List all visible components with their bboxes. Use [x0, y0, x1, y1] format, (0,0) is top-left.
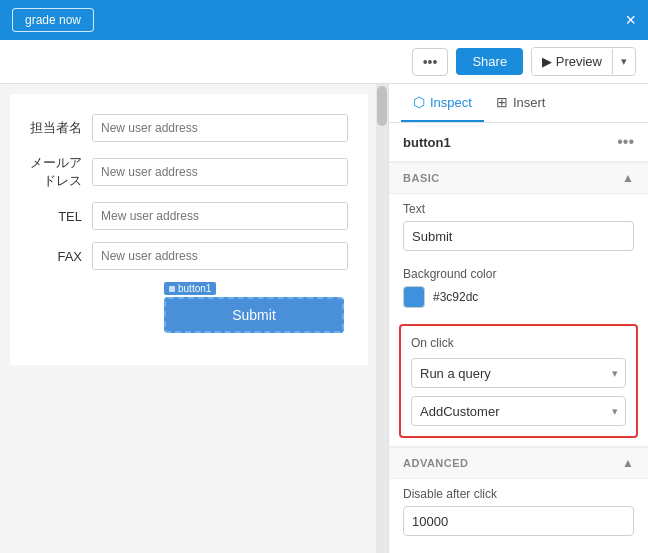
add-customer-select-wrapper: AddCustomer ▾: [411, 396, 626, 426]
button1-label-dot: [169, 286, 175, 292]
on-click-label: On click: [411, 336, 626, 350]
text-property-input[interactable]: [403, 221, 634, 251]
form-input-3[interactable]: [92, 242, 348, 270]
basic-section-chevron: ▲: [622, 171, 634, 185]
basic-section-header[interactable]: BASIC ▲: [389, 162, 648, 194]
preview-button[interactable]: ▶ Preview: [532, 48, 612, 75]
submit-button-row: button1 Submit: [20, 282, 348, 333]
toolbar: ••• Share ▶ Preview ▾: [0, 40, 648, 84]
run-query-select[interactable]: Run a query: [411, 358, 626, 388]
disable-after-click-row: Disable after click: [389, 479, 648, 544]
panel-content: BASIC ▲ Text Background color #3c92dc On…: [389, 162, 648, 553]
tab-inspect-label: Inspect: [430, 95, 472, 110]
upgrade-button[interactable]: grade now: [12, 8, 94, 32]
form-panel: 担当者名 メールアドレス TEL FAX b: [10, 94, 368, 365]
form-input-2[interactable]: [92, 202, 348, 230]
advanced-section-chevron: ▲: [622, 456, 634, 470]
form-input-1[interactable]: [92, 158, 348, 186]
preview-button-group: ▶ Preview ▾: [531, 47, 636, 76]
panel-header: button1 •••: [389, 123, 648, 162]
color-value: #3c92dc: [433, 290, 478, 304]
basic-section-title: BASIC: [403, 172, 440, 184]
advanced-section-header[interactable]: ADVANCED ▲: [389, 447, 648, 479]
canvas-area[interactable]: 担当者名 メールアドレス TEL FAX b: [0, 84, 388, 553]
close-icon[interactable]: ×: [625, 11, 636, 29]
color-row: #3c92dc: [403, 286, 634, 308]
scroll-thumb: [377, 86, 387, 126]
scroll-track: [376, 84, 388, 553]
form-row-2: TEL: [20, 202, 348, 230]
component-name: button1: [403, 135, 451, 150]
form-input-0[interactable]: [92, 114, 348, 142]
disable-after-click-label: Disable after click: [403, 487, 634, 501]
bg-color-label: Background color: [403, 267, 634, 281]
tab-insert[interactable]: ⊞ Insert: [484, 84, 558, 122]
share-button[interactable]: Share: [456, 48, 523, 75]
tab-insert-label: Insert: [513, 95, 546, 110]
form-row-0: 担当者名: [20, 114, 348, 142]
panel-tabs: ⬡ Inspect ⊞ Insert: [389, 84, 648, 123]
submit-button-container: Submit: [164, 297, 344, 333]
button1-tag-text: button1: [178, 283, 211, 294]
text-property-label: Text: [403, 202, 634, 216]
color-swatch[interactable]: [403, 286, 425, 308]
advanced-section-title: ADVANCED: [403, 457, 469, 469]
tab-inspect[interactable]: ⬡ Inspect: [401, 84, 484, 122]
preview-dropdown-button[interactable]: ▾: [612, 49, 635, 74]
button-wrapper: button1 Submit: [164, 282, 344, 333]
text-property-row: Text: [389, 194, 648, 259]
bg-color-property-row: Background color #3c92dc: [389, 259, 648, 316]
inspect-icon: ⬡: [413, 94, 425, 110]
button1-tag: button1: [164, 282, 216, 295]
panel-more-icon[interactable]: •••: [617, 133, 634, 151]
more-options-button[interactable]: •••: [412, 48, 449, 76]
right-panel: ⬡ Inspect ⊞ Insert button1 ••• BASIC ▲ T…: [388, 84, 648, 553]
form-row-3: FAX: [20, 242, 348, 270]
on-click-section: On click Run a query ▾ AddCustomer ▾: [399, 324, 638, 438]
add-customer-select[interactable]: AddCustomer: [411, 396, 626, 426]
form-label-1: メールアドレス: [20, 154, 92, 190]
submit-canvas-button[interactable]: Submit: [164, 297, 344, 333]
form-label-3: FAX: [20, 249, 92, 264]
form-label-0: 担当者名: [20, 119, 92, 137]
run-query-select-wrapper: Run a query ▾: [411, 358, 626, 388]
top-bar: grade now ×: [0, 0, 648, 40]
insert-icon: ⊞: [496, 94, 508, 110]
disable-after-click-input[interactable]: [403, 506, 634, 536]
form-row-1: メールアドレス: [20, 154, 348, 190]
advanced-section: ADVANCED ▲ Disable after click: [389, 446, 648, 544]
main-layout: 担当者名 メールアドレス TEL FAX b: [0, 84, 648, 553]
form-label-2: TEL: [20, 209, 92, 224]
